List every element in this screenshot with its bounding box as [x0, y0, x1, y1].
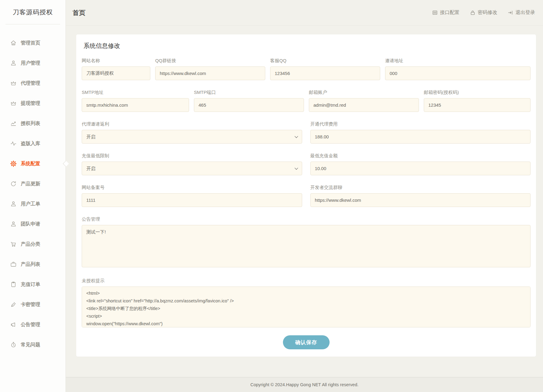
field-label: 开发者交流群聊	[310, 185, 531, 191]
form-row: 充值最低限制 开启 最低充值金额	[82, 153, 530, 175]
icp-number-input[interactable]	[82, 193, 302, 207]
brush-icon	[10, 301, 17, 308]
briefcase-icon	[10, 261, 17, 268]
api-config-label: 接口配置	[440, 9, 459, 16]
sidebar-item-system-config[interactable]: 系统配置	[0, 154, 66, 174]
trend-chart-icon	[10, 120, 17, 127]
sidebar-item-label: 盗版入库	[21, 141, 40, 147]
sidebar-item-recharge-orders[interactable]: 充值订单	[0, 274, 66, 294]
footer: Copyright © 2024.Happy Gong NET All righ…	[66, 377, 543, 392]
form-row: 网站名称 QQ群链接 客服QQ 邀请地址	[82, 58, 530, 80]
qq-group-link-input[interactable]	[155, 66, 265, 80]
api-panel-icon	[432, 10, 438, 16]
sidebar-item-label: 授权列表	[21, 120, 40, 127]
field-announcement: 公告管理 测试一下!	[82, 216, 530, 269]
sidebar-item-label: 卡密管理	[21, 301, 40, 308]
sidebar-menu: 管理首页 用户管理 代理管理 提现管理 授权列表 盗版入库 系	[0, 24, 66, 355]
app-logo: 刀客源码授权	[0, 0, 66, 24]
crown-icon	[10, 80, 17, 87]
user-icon	[10, 60, 17, 66]
sidebar-item-label: 代理管理	[21, 80, 40, 87]
logout-button[interactable]: 退出登录	[508, 9, 535, 16]
sidebar-item-label: 常见问题	[21, 342, 40, 348]
api-config-button[interactable]: 接口配置	[432, 9, 459, 16]
sidebar-item-label: 公告管理	[21, 322, 40, 328]
field-label: 最低充值金额	[310, 153, 531, 159]
page-content: 系统信息修改 网站名称 QQ群链接 客服QQ 邀请地址	[66, 26, 543, 377]
button-row: 确认保存	[82, 335, 530, 349]
cart-icon	[10, 241, 17, 248]
sidebar-item-label: 充值订单	[21, 281, 40, 288]
form-row: 网站备案号 开发者交流群聊	[82, 185, 530, 207]
sidebar-item-license-list[interactable]: 授权列表	[0, 113, 66, 134]
sidebar-item-label: 提现管理	[21, 100, 40, 107]
field-email-account: 邮箱账户	[309, 90, 419, 112]
sidebar-item-label: 产品更新	[21, 181, 40, 187]
sidebar-item-label: 管理首页	[21, 40, 40, 46]
sidebar-item-withdraw-management[interactable]: 提现管理	[0, 93, 66, 113]
field-label: SMTP端口	[194, 90, 304, 95]
min-recharge-input[interactable]	[310, 162, 531, 175]
field-label: 邀请地址	[385, 58, 530, 64]
field-label: 邮箱账户	[309, 90, 419, 95]
sidebar-item-user-management[interactable]: 用户管理	[0, 53, 66, 73]
sidebar: 刀客源码授权 管理首页 用户管理 代理管理 提现管理 授权列表 盗版入库	[0, 0, 66, 392]
user-icon	[10, 201, 17, 207]
sidebar-item-announcement-management[interactable]: 公告管理	[0, 315, 66, 335]
change-password-button[interactable]: 密码修改	[470, 9, 497, 16]
sidebar-item-product-update[interactable]: 产品更新	[0, 174, 66, 194]
email-password-input[interactable]	[424, 98, 530, 112]
system-info-card: 系统信息修改 网站名称 QQ群链接 客服QQ 邀请地址	[76, 34, 536, 357]
recharge-limit-select[interactable]: 开启	[82, 162, 302, 175]
main-area: 首页 接口配置 密码修改 退出登录 系统信息修改 网站名称	[66, 0, 543, 392]
field-label: 充值最低限制	[82, 153, 302, 159]
unauthorized-tip-textarea[interactable]: <html> <link rel="shortcut icon" href="h…	[82, 287, 530, 327]
gear-icon	[10, 160, 17, 167]
smtp-host-input[interactable]	[82, 98, 189, 112]
field-icp-number: 网站备案号	[82, 185, 302, 207]
sidebar-item-label: 产品列表	[21, 261, 40, 268]
field-label: 代理邀请返利	[82, 121, 302, 127]
logout-label: 退出登录	[516, 9, 535, 16]
field-qq-group-link: QQ群链接	[155, 58, 265, 80]
copyright-text: Copyright © 2024.Happy Gong NET All righ…	[250, 382, 359, 387]
sidebar-item-product-category[interactable]: 产品分类	[0, 234, 66, 254]
email-account-input[interactable]	[309, 98, 419, 112]
smtp-port-input[interactable]	[194, 98, 304, 112]
field-agent-rebate: 代理邀请返利 开启	[82, 121, 302, 144]
page-title: 首页	[73, 9, 85, 17]
sidebar-item-admin-home[interactable]: 管理首页	[0, 33, 66, 53]
field-label: 网站备案号	[82, 185, 302, 191]
form-row: 公告管理 测试一下!	[82, 216, 530, 269]
sidebar-item-product-list[interactable]: 产品列表	[0, 254, 66, 274]
field-dev-group: 开发者交流群聊	[310, 185, 531, 207]
sidebar-item-team-apply[interactable]: 团队申请	[0, 214, 66, 234]
sidebar-item-label: 产品分类	[21, 241, 40, 248]
sidebar-item-agent-management[interactable]: 代理管理	[0, 73, 66, 93]
save-button[interactable]: 确认保存	[283, 335, 330, 349]
sidebar-item-user-tickets[interactable]: 用户工单	[0, 194, 66, 214]
sidebar-item-card-key-management[interactable]: 卡密管理	[0, 294, 66, 315]
field-agent-fee: 开通代理费用	[310, 121, 531, 144]
site-name-input[interactable]	[82, 66, 150, 80]
change-password-label: 密码修改	[478, 9, 497, 16]
sidebar-item-label: 用户工单	[21, 201, 40, 207]
dev-group-input[interactable]	[310, 193, 531, 207]
sidebar-item-faq[interactable]: 常见问题	[0, 335, 66, 355]
agent-fee-input[interactable]	[310, 130, 531, 144]
service-qq-input[interactable]	[270, 66, 380, 80]
field-invite-address: 邀请地址	[385, 58, 530, 80]
field-recharge-limit: 充值最低限制 开启	[82, 153, 302, 175]
field-label: 邮箱密码(授权码)	[424, 90, 530, 95]
field-min-recharge: 最低充值金额	[310, 153, 531, 175]
agent-rebate-select[interactable]: 开启	[82, 130, 302, 144]
invite-address-input[interactable]	[385, 66, 530, 80]
announcement-textarea[interactable]: 测试一下!	[82, 225, 530, 267]
logout-icon	[508, 10, 513, 16]
sidebar-item-piracy-intake[interactable]: 盗版入库	[0, 134, 66, 154]
field-email-password: 邮箱密码(授权码)	[424, 90, 530, 112]
field-label: 开通代理费用	[310, 121, 531, 127]
lock-icon	[470, 10, 476, 16]
sidebar-item-label: 用户管理	[21, 60, 40, 66]
crown-icon	[10, 100, 17, 107]
